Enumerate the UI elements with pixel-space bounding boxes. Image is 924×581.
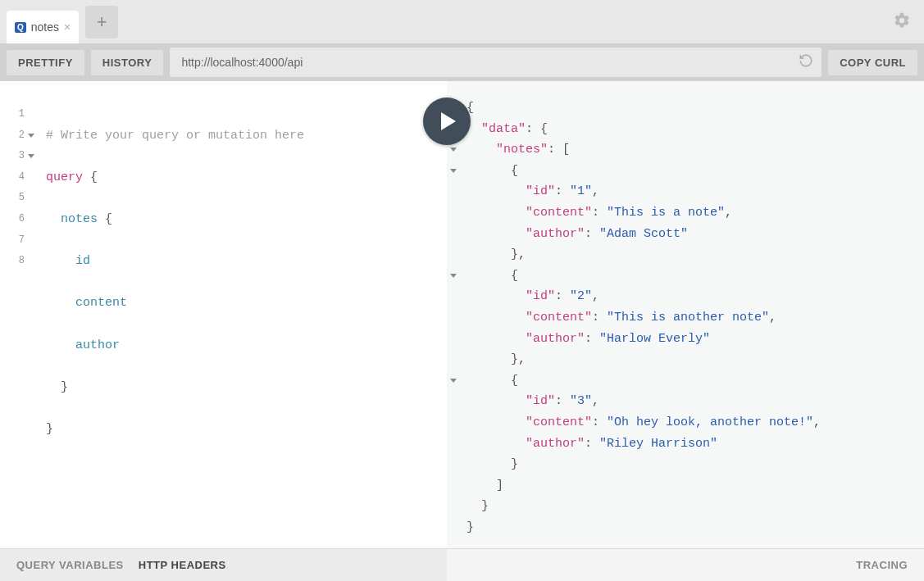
fold-icon[interactable] <box>450 274 457 278</box>
new-tab-button[interactable]: + <box>85 6 118 39</box>
query-editor[interactable]: 1 2 3 4 5 6 7 8 # Write your query or mu… <box>0 81 447 548</box>
code-keyword: query <box>46 170 83 184</box>
json-key: "content" <box>526 311 592 325</box>
copy-curl-button[interactable]: COPY CURL <box>828 50 917 75</box>
play-icon <box>441 112 456 130</box>
code-field: notes <box>61 212 98 226</box>
fold-icon[interactable] <box>450 379 457 383</box>
json-key: "content" <box>526 206 592 220</box>
fold-icon[interactable] <box>28 154 34 158</box>
line-number: 1 <box>0 104 25 125</box>
endpoint-url-input[interactable] <box>170 48 822 77</box>
json-key: "data" <box>481 122 526 136</box>
json-key: "author" <box>526 437 585 451</box>
fold-icon[interactable] <box>28 134 34 138</box>
json-key: "id" <box>526 184 555 198</box>
line-number: 7 <box>0 230 25 252</box>
query-variables-tab[interactable]: QUERY VARIABLES <box>16 559 124 571</box>
json-value: "This is another note" <box>607 311 769 325</box>
code-field: author <box>75 338 120 352</box>
line-number: 2 <box>0 125 25 147</box>
line-number: 4 <box>0 167 25 188</box>
json-value: "2" <box>570 289 592 303</box>
code-field: content <box>75 296 127 310</box>
json-key: "author" <box>526 227 585 241</box>
tab-type-badge: Q <box>15 22 26 33</box>
history-button[interactable]: HISTORY <box>91 50 164 75</box>
json-value: "1" <box>570 184 592 198</box>
code-field: id <box>75 254 90 268</box>
json-key: "notes" <box>496 143 548 157</box>
json-key: "id" <box>526 394 555 408</box>
execute-button[interactable] <box>423 98 471 145</box>
json-key: "id" <box>526 289 555 303</box>
json-value: "Riley Harrison" <box>599 437 717 451</box>
close-icon[interactable]: × <box>64 20 71 34</box>
reload-icon[interactable] <box>799 53 813 71</box>
tracing-tab[interactable]: TRACING <box>856 559 908 571</box>
fold-icon[interactable] <box>450 148 457 152</box>
json-key: "author" <box>526 332 585 346</box>
code-comment: # Write your query or mutation here <box>46 129 304 143</box>
line-number: 3 <box>0 146 25 167</box>
gear-icon[interactable] <box>893 11 911 33</box>
fold-icon[interactable] <box>450 169 457 173</box>
query-tab[interactable]: Q notes × <box>7 11 79 43</box>
json-value: "Oh hey look, another note!" <box>607 415 813 429</box>
line-number: 5 <box>0 188 25 209</box>
prettify-button[interactable]: PRETTIFY <box>7 50 84 75</box>
json-value: "Harlow Everly" <box>599 332 710 346</box>
tab-title: notes <box>31 20 59 34</box>
http-headers-tab[interactable]: HTTP HEADERS <box>139 559 226 571</box>
json-key: "content" <box>526 415 592 429</box>
json-value: "This is a note" <box>607 206 725 220</box>
line-number: 8 <box>0 251 25 272</box>
line-number: 6 <box>0 209 25 230</box>
json-value: "Adam Scott" <box>599 227 688 241</box>
result-viewer[interactable]: { "data": { "notes": [ { "id": "1", "con… <box>447 81 924 548</box>
json-value: "3" <box>570 394 592 408</box>
